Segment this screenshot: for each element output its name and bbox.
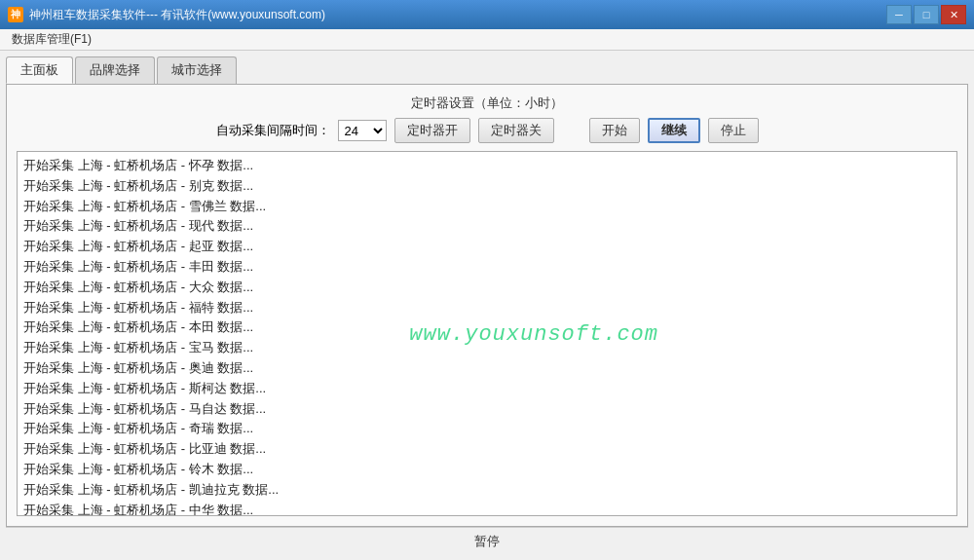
log-line: 开始采集 上海 - 虹桥机场店 - 本田 数据... <box>23 317 951 338</box>
stop-button[interactable]: 停止 <box>708 118 759 143</box>
titlebar: 神 神州租车数据采集软件--- 有讯软件(www.youxunsoft.com)… <box>0 0 974 29</box>
minimize-button[interactable]: ─ <box>886 5 912 24</box>
close-button[interactable]: ✕ <box>941 5 966 24</box>
log-line: 开始采集 上海 - 虹桥机场店 - 铃木 数据... <box>23 460 951 480</box>
tab-brand[interactable]: 品牌选择 <box>75 56 155 84</box>
timer-section-label: 定时器设置（单位：小时） <box>411 95 563 110</box>
log-line: 开始采集 上海 - 虹桥机场店 - 斯柯达 数据... <box>23 379 951 399</box>
timer-on-button[interactable]: 定时器开 <box>394 118 470 143</box>
log-line: 开始采集 上海 - 虹桥机场店 - 奥迪 数据... <box>23 358 951 379</box>
log-line: 开始采集 上海 - 虹桥机场店 - 马自达 数据... <box>23 399 951 420</box>
log-line: 开始采集 上海 - 虹桥机场店 - 别克 数据... <box>23 176 951 197</box>
log-line: 开始采集 上海 - 虹桥机场店 - 现代 数据... <box>23 216 951 237</box>
tab-city[interactable]: 城市选择 <box>157 56 237 84</box>
timer-off-button[interactable]: 定时器关 <box>478 118 554 143</box>
tab-content-main: 定时器设置（单位：小时） 自动采集间隔时间： 24 1 2 4 6 8 12 定… <box>6 84 968 527</box>
log-area-wrapper: 开始采集 上海 - 虹桥机场店 - 怀孕 数据...开始采集 上海 - 虹桥机场… <box>17 151 957 516</box>
window-title: 神州租车数据采集软件--- 有讯软件(www.youxunsoft.com) <box>29 7 886 23</box>
status-text: 暂停 <box>474 533 500 550</box>
log-line: 开始采集 上海 - 虹桥机场店 - 福特 数据... <box>23 298 951 318</box>
menubar-item-db[interactable]: 数据库管理(F1) <box>4 29 99 50</box>
continue-button[interactable]: 继续 <box>648 118 700 143</box>
log-line: 开始采集 上海 - 虹桥机场店 - 宝马 数据... <box>23 338 951 358</box>
tab-bar: 主面板 品牌选择 城市选择 <box>6 56 968 84</box>
window-controls: ─ □ ✕ <box>886 5 966 24</box>
app-icon: 神 <box>8 7 23 22</box>
start-button[interactable]: 开始 <box>589 118 640 143</box>
log-line: 开始采集 上海 - 虹桥机场店 - 奇瑞 数据... <box>23 419 951 439</box>
interval-label: 自动采集间隔时间： <box>216 122 330 139</box>
log-line: 开始采集 上海 - 虹桥机场店 - 雪佛兰 数据... <box>23 197 951 217</box>
log-line: 开始采集 上海 - 虹桥机场店 - 中华 数据... <box>23 501 951 515</box>
log-line: 开始采集 上海 - 虹桥机场店 - 怀孕 数据... <box>23 156 951 176</box>
log-line: 开始采集 上海 - 虹桥机场店 - 比亚迪 数据... <box>23 439 951 460</box>
log-line: 开始采集 上海 - 虹桥机场店 - 丰田 数据... <box>23 257 951 278</box>
log-area[interactable]: 开始采集 上海 - 虹桥机场店 - 怀孕 数据...开始采集 上海 - 虹桥机场… <box>18 152 956 515</box>
statusbar: 暂停 <box>6 527 968 554</box>
interval-select[interactable]: 24 1 2 4 6 8 12 <box>338 120 387 141</box>
log-line: 开始采集 上海 - 虹桥机场店 - 凯迪拉克 数据... <box>23 480 951 501</box>
log-line: 开始采集 上海 - 虹桥机场店 - 起亚 数据... <box>23 237 951 257</box>
restore-button[interactable]: □ <box>914 5 939 24</box>
log-line: 开始采集 上海 - 虹桥机场店 - 大众 数据... <box>23 278 951 298</box>
tab-main[interactable]: 主面板 <box>6 56 73 84</box>
menubar: 数据库管理(F1) <box>0 29 974 51</box>
window-content: 主面板 品牌选择 城市选择 定时器设置（单位：小时） 自动采集间隔时间： 24 … <box>0 51 974 560</box>
